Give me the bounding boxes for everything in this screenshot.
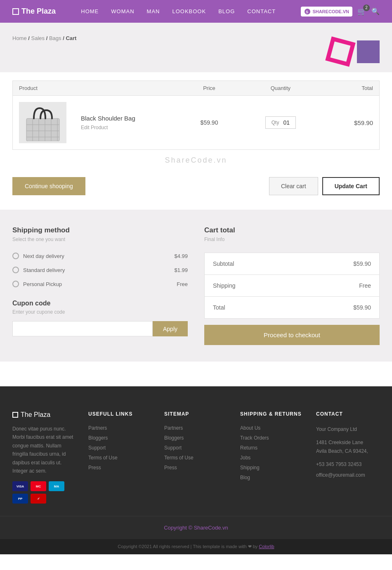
footer-logo[interactable]: The Plaza <box>12 411 76 419</box>
footer-sitemap-bloggers[interactable]: Bloggers <box>164 435 228 441</box>
spacer <box>0 362 392 386</box>
lower-section: Shipping method Select the one you want … <box>0 210 392 362</box>
footer-company: Your Company Ltd 1481 Creekside Lane Avi… <box>316 425 380 480</box>
footer: The Plaza Donec vitae purus nunc. Morbi … <box>0 386 392 516</box>
coupon-section: Cupon code Enter your cupone code Apply <box>12 300 188 336</box>
coupon-subtitle: Enter your cupone code <box>12 309 188 315</box>
header: The Plaza HOME WOMAN MAN LOOKBOOK BLOG C… <box>0 0 392 23</box>
qty-label: Qty <box>272 120 279 125</box>
footer-link-support-1[interactable]: Support <box>88 445 152 451</box>
company-name: Your Company Ltd <box>316 425 380 434</box>
paypal-icon: PP <box>12 494 28 504</box>
standard-price: $1.99 <box>174 267 188 273</box>
footer-track[interactable]: Track Orders <box>240 435 304 441</box>
subtotal-row: Subtotal $59.90 <box>205 253 379 275</box>
update-cart-button[interactable]: Update Cart <box>322 177 380 195</box>
product-name: Black Shoulder Bag <box>81 115 135 122</box>
subtotal-label: Subtotal <box>213 260 234 267</box>
col-header-price: Price <box>177 85 241 91</box>
footer-logo-box-icon <box>12 412 18 418</box>
clear-cart-button[interactable]: Clear cart <box>269 177 318 195</box>
footer-link-terms-1[interactable]: Terms of Use <box>88 455 152 461</box>
apply-coupon-button[interactable]: Apply <box>153 321 188 336</box>
footer-jobs[interactable]: Jobs <box>240 455 304 461</box>
breadcrumb: Home / Sales / Bags / Cart <box>12 35 76 41</box>
footer-link-press-1[interactable]: Press <box>88 465 152 471</box>
sharecode-badge: S SHARECODE.VN <box>301 7 352 17</box>
radio-standard[interactable] <box>12 267 19 273</box>
breadcrumb-home[interactable]: Home <box>12 35 27 41</box>
shipping-total-value: Free <box>359 282 371 289</box>
footer-shipping-heading: SHIPPING & RETURNS <box>240 411 304 417</box>
edit-product-link[interactable]: Edit Product <box>81 125 108 130</box>
footer-sitemap-press[interactable]: Press <box>164 465 228 471</box>
nav-lookbook[interactable]: LOOKBOOK <box>172 8 206 14</box>
shipping-total-label: Shipping <box>213 282 236 289</box>
coupon-form: Apply <box>12 321 188 336</box>
nav-home[interactable]: HOME <box>81 8 99 14</box>
shipping-subtitle: Select the one you want <box>12 237 188 242</box>
product-bag-svg <box>22 104 64 141</box>
continue-shopping-button[interactable]: Continue shooping <box>12 177 85 195</box>
logo-text: The Plaza <box>21 7 56 16</box>
footer-contact-heading: CONTACT <box>316 411 380 417</box>
footer-returns[interactable]: Returns <box>240 445 304 451</box>
nav-contact[interactable]: CONTACT <box>247 8 276 14</box>
watermark: ShareCode.vn <box>12 150 380 171</box>
footer-sitemap-terms[interactable]: Terms of Use <box>164 455 228 461</box>
next-day-label: Next day delivery <box>23 253 64 259</box>
qty-value: 01 <box>283 119 290 126</box>
footer-col-shipping: SHIPPING & RETURNS About Us Track Orders… <box>240 411 304 504</box>
nav-man[interactable]: MAN <box>147 8 160 14</box>
footer-sitemap-partners[interactable]: Partners <box>164 425 228 431</box>
svg-rect-2 <box>26 118 59 141</box>
footer-col-contact: CONTACT Your Company Ltd 1481 Creekside … <box>316 411 380 504</box>
logo[interactable]: The Plaza <box>12 7 56 16</box>
footer-about[interactable]: About Us <box>240 425 304 431</box>
footer-link-partners-1[interactable]: Partners <box>88 425 152 431</box>
breadcrumb-bags[interactable]: Bags <box>49 35 61 41</box>
cart-total-title: Cart total <box>204 226 380 234</box>
total-value: $59.90 <box>353 304 371 311</box>
standard-label: Standard delivery <box>23 267 65 273</box>
pickup-label: Personal Pickup <box>23 281 62 287</box>
colorlib-link[interactable]: Colorlib <box>259 544 274 549</box>
search-icon[interactable]: 🔍 <box>371 7 380 15</box>
footer-sitemap-support[interactable]: Support <box>164 445 228 451</box>
company-email: office@youremail.com <box>316 471 380 480</box>
nav-blog[interactable]: BLOG <box>218 8 235 14</box>
shipping-option-next-day: Next day delivery $4.99 <box>12 253 188 259</box>
footer-logo-text: The Plaza <box>21 411 50 419</box>
decorative-shapes <box>328 39 380 64</box>
coupon-title: Cupon code <box>12 300 188 307</box>
radio-next-day[interactable] <box>12 253 19 259</box>
total-box: Subtotal $59.90 Shipping Free Total $59.… <box>204 253 380 319</box>
main-nav: HOME WOMAN MAN LOOKBOOK BLOG CONTACT <box>81 8 276 14</box>
checkout-button[interactable]: Proceed to checkout <box>204 325 380 345</box>
cart-section: Product Price Quantity Total <box>0 72 392 210</box>
maestro-icon: MA <box>49 481 64 491</box>
bottom-copyright-text: Copyright ©2021 All rights reserved | Th… <box>118 544 257 549</box>
shipping-title: Shipping method <box>12 226 188 234</box>
footer-copyright: Copyright © ShareCode.vn <box>0 516 392 539</box>
item-total: $59.90 <box>320 119 373 126</box>
coupon-input[interactable] <box>12 321 153 336</box>
next-day-price: $4.99 <box>174 253 188 259</box>
subtotal-value: $59.90 <box>353 260 371 267</box>
shipping-column: Shipping method Select the one you want … <box>12 226 188 345</box>
nav-woman[interactable]: WOMAN <box>111 8 134 14</box>
cart-button[interactable]: 🛒 2 <box>357 7 366 16</box>
cart-count-badge: 2 <box>363 5 370 11</box>
svg-text:S: S <box>306 10 308 14</box>
total-row: Total $59.90 <box>205 297 379 318</box>
breadcrumb-sales[interactable]: Sales <box>31 35 45 41</box>
copyright-bottom: Copyright ©2021 All rights reserved | Th… <box>0 539 392 554</box>
cart-total-subtitle: Final Info <box>204 237 380 242</box>
footer-blog[interactable]: Blog <box>240 475 304 480</box>
footer-col-usefull: USEFULL LINKS Partners Bloggers Support … <box>88 411 152 504</box>
footer-shipping-link[interactable]: Shipping <box>240 465 304 471</box>
footer-link-bloggers-1[interactable]: Bloggers <box>88 435 152 441</box>
footer-grid: The Plaza Donec vitae purus nunc. Morbi … <box>12 411 380 504</box>
header-right: S SHARECODE.VN 🛒 2 🔍 <box>301 7 380 17</box>
radio-pickup[interactable] <box>12 281 19 287</box>
